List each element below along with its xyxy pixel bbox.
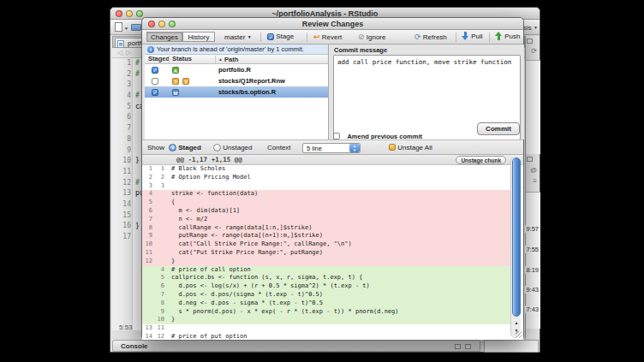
commit-button[interactable]: Commit [477, 122, 520, 135]
open-file-icon[interactable] [131, 24, 141, 31]
stage-button[interactable]: ✓ Stage [267, 30, 294, 45]
unstaged-radio[interactable]: Unstaged [213, 144, 252, 151]
line-number: 13 [112, 188, 131, 199]
file-path: stocks/bs.option.R [218, 86, 276, 98]
diff-line[interactable]: 6 d.pos <- log(s/x) + (r + 0.5 * sigma^2… [142, 282, 514, 291]
diff-line-text [166, 324, 171, 333]
diff-line[interactable]: 1311 [142, 324, 514, 333]
old-line-number [142, 266, 154, 275]
console-pane-header[interactable]: Console [112, 340, 480, 352]
dialog-toolbar: Changes History master ▼ ✓ Stage ↩ Rever… [142, 30, 523, 45]
column-path[interactable]: ▲ Path [218, 55, 238, 64]
refresh-label: Refresh [423, 33, 447, 41]
diff-line[interactable]: 7 d.pos <- d.pos/(sigma * (t.exp - t)^0.… [142, 291, 514, 300]
new-file-caret-icon[interactable]: ▼ [124, 26, 128, 31]
old-line-number: 14 [142, 333, 154, 340]
diff-line[interactable]: 1412# price of put option [142, 333, 514, 340]
push-button[interactable]: Push [495, 30, 520, 45]
diff-line[interactable]: 4# price of call option [142, 266, 514, 275]
file-row[interactable]: ✓Mstocks/bs.option.R [145, 86, 329, 98]
new-line-number: 11 [154, 324, 166, 333]
context-select[interactable]: 5 line ▲▼ [302, 143, 361, 153]
diff-line[interactable]: 5{ [142, 199, 514, 207]
select-stepper-icon: ▲▼ [349, 144, 360, 152]
ignore-button[interactable]: ⊘ Ignore [358, 30, 385, 45]
diff-line[interactable]: 5callprice.bs <- function (s, x, r, sigm… [142, 274, 514, 282]
changes-tab[interactable]: Changes [146, 32, 182, 42]
file-path: portfolio.R [218, 64, 251, 75]
r-file-icon [117, 40, 124, 48]
diff-line[interactable]: 8 callRange <- range(data[1:n,]$strike) [142, 224, 514, 233]
history-tab[interactable]: History [182, 32, 215, 42]
diff-line[interactable]: 9 s * pnorm(d.pos) - x * exp( - r * (t.e… [142, 308, 514, 317]
new-line-number: 10 [154, 316, 166, 324]
refresh-icon: ⟳ [414, 30, 421, 44]
staged-checkbox[interactable] [152, 78, 158, 85]
new-line-number [154, 249, 166, 258]
dialog-titlebar[interactable]: Review Changes [142, 18, 523, 30]
pane2-minimize-icon[interactable] [527, 157, 533, 162]
resize-grip[interactable] [516, 331, 522, 338]
unstage-all-button[interactable]: Unstage All [389, 144, 432, 151]
old-line-number [142, 308, 154, 317]
diff-line[interactable]: 10} [142, 316, 514, 324]
status-badge: A [172, 67, 179, 74]
refresh-button[interactable]: ⟳ Refresh [414, 30, 447, 45]
branch-dropdown[interactable]: master ▼ [224, 30, 252, 45]
unstage-chunk-button[interactable]: Unstage chunk [456, 156, 506, 164]
staged-checkbox[interactable]: ✓ [152, 67, 158, 74]
sort-ascending-icon: ▲ [218, 56, 223, 62]
file-row[interactable]: ✓Aportfolio.R [145, 64, 329, 75]
diff-line[interactable]: 33 [142, 182, 514, 191]
diff-line-text: # Option Pricing Model [166, 174, 251, 182]
diff-line-text: cat("Call Strike Price Range:", callRang… [166, 240, 352, 249]
column-status[interactable]: Status [172, 55, 192, 63]
chunk-header-bar: @@ -1,17 +1,15 @@ Unstage chunk [142, 155, 523, 165]
diff-line[interactable]: 11# Black Scholes [142, 165, 514, 174]
diff-line-text [166, 182, 171, 191]
diff-line[interactable]: 9 putRange <- range(data[(n+1):m,]$strik… [142, 232, 514, 240]
diff-line-text: putRange <- range(data[(n+1):m,]$strike) [166, 232, 323, 240]
code-fragment: # [135, 69, 140, 80]
staged-radio[interactable]: Staged [169, 144, 201, 151]
pane1-minimize-icon[interactable] [527, 39, 533, 44]
old-line-number [142, 300, 154, 308]
nav-forward-icon[interactable]: ▷ [126, 48, 131, 58]
column-staged[interactable]: Staged [148, 55, 170, 63]
diff-line[interactable]: 7 n <- m/2 [142, 216, 514, 224]
nav-back-icon[interactable]: ◁ [117, 48, 122, 58]
diff-line[interactable]: 4strike <- function(data) [142, 190, 514, 199]
diff-line[interactable]: 12} [142, 258, 514, 266]
column-path-label: Path [224, 56, 238, 63]
file-row[interactable]: ??stocks/Q1Report.Rnw [145, 75, 329, 86]
line-number: 9 [112, 145, 131, 157]
pane2-list-icon[interactable]: ≡ [533, 177, 537, 185]
branch-caret-icon: ▼ [247, 34, 252, 39]
diff-line[interactable]: 22# Option Pricing Model [142, 174, 514, 182]
new-file-icon[interactable] [115, 22, 122, 32]
console-minimize-icon[interactable] [455, 344, 461, 349]
unstage-all-label: Unstage All [397, 144, 432, 151]
old-line-number: 12 [142, 258, 154, 266]
pull-button[interactable]: Pull [462, 30, 483, 45]
code-fragment: } [135, 222, 140, 233]
diff-line-text: callprice.bs <- function (s, x, r, sigma… [166, 274, 362, 282]
staged-checkbox[interactable]: ✓ [152, 89, 158, 96]
old-line-number: 4 [142, 190, 154, 199]
pane1-refresh-icon[interactable]: ⟳ [531, 47, 537, 55]
amend-checkbox[interactable] [333, 133, 340, 139]
revert-button[interactable]: ↩ Revert [313, 30, 342, 45]
stage-icon: ✓ [267, 33, 274, 40]
pane2-at-icon[interactable]: @ [530, 166, 537, 174]
diff-line[interactable]: 8 d.neg <- d.pos - sigma * (t.exp - t)^0… [142, 300, 514, 308]
scrollbar-thumb[interactable] [512, 157, 521, 317]
unstage-all-icon [389, 144, 396, 151]
line-number: 17 [112, 232, 131, 243]
diff-line-text: # Black Scholes [166, 165, 225, 174]
diff-scrollbar[interactable]: ▲▼ [510, 157, 521, 338]
diff-line[interactable]: 11 cat("Put Strike Price Range:", putRan… [142, 249, 514, 258]
diff-line[interactable]: 10 cat("Call Strike Price Range:", callR… [142, 240, 514, 249]
console-maximize-icon[interactable] [465, 344, 471, 349]
old-line-number: 10 [142, 240, 154, 249]
diff-line[interactable]: 6 m <- dim(data)[1] [142, 207, 514, 216]
